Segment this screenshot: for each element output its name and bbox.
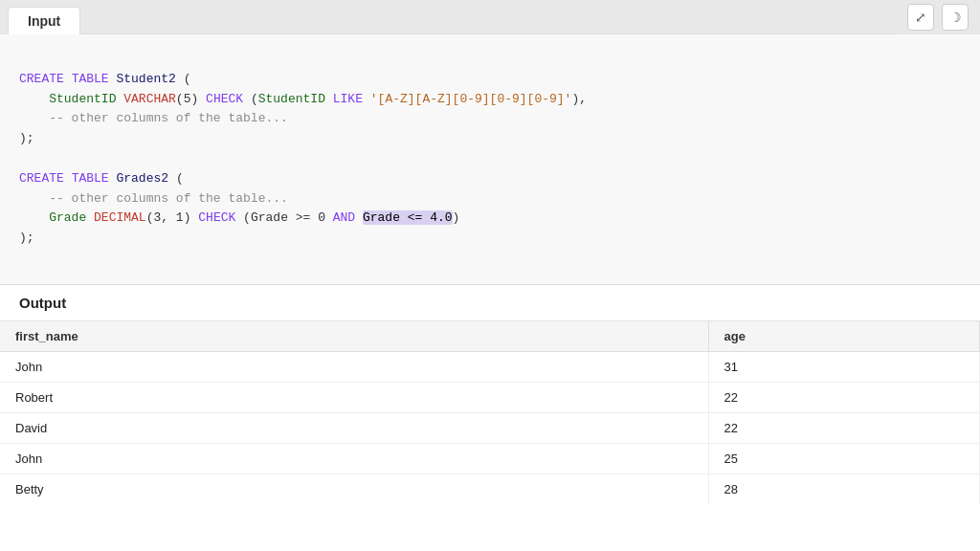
cell-first-name: David bbox=[0, 412, 708, 443]
cell-age: 25 bbox=[708, 443, 980, 474]
cell-first-name: John bbox=[0, 351, 708, 382]
keyword-and: AND bbox=[333, 210, 355, 225]
input-tab[interactable]: Input bbox=[8, 7, 80, 34]
keyword-create: CREATE bbox=[19, 72, 64, 86]
dtype-decimal: DECIMAL bbox=[94, 210, 146, 225]
output-table: first_name age John31Robert22David22John… bbox=[0, 321, 980, 504]
keyword-table: TABLE bbox=[72, 72, 109, 86]
output-panel: Output first_name age John31Robert22Davi… bbox=[0, 285, 980, 551]
expand-button[interactable]: ⤢ bbox=[907, 4, 934, 31]
comment-2: -- other columns of the table... bbox=[49, 191, 288, 206]
col-header-age: age bbox=[708, 321, 980, 352]
cell-age: 22 bbox=[708, 412, 980, 443]
table-row: Robert22 bbox=[0, 382, 980, 412]
col-header-first-name: first_name bbox=[0, 321, 708, 352]
pattern-string: '[A-Z][A-Z][0-9][0-9][0-9]' bbox=[370, 92, 572, 106]
highlighted-condition: Grade <= 4.0 bbox=[363, 210, 453, 225]
cell-age: 28 bbox=[708, 474, 980, 504]
table-header-row: first_name age bbox=[0, 321, 980, 352]
comment-1: -- other columns of the table... bbox=[49, 111, 288, 125]
tab-bar: Input ⤢ ☽ bbox=[0, 0, 980, 34]
theme-button[interactable]: ☽ bbox=[942, 4, 969, 31]
output-title: Output bbox=[0, 285, 980, 321]
cell-first-name: Robert bbox=[0, 382, 708, 412]
check-keyword-1: CHECK bbox=[206, 92, 243, 106]
keyword-table-2: TABLE bbox=[72, 171, 109, 186]
table-row: John31 bbox=[0, 351, 980, 382]
table-row: David22 bbox=[0, 412, 980, 443]
col-grade: Grade bbox=[49, 210, 86, 225]
check-keyword-2: CHECK bbox=[198, 210, 235, 225]
table-name-grades2: Grades2 bbox=[116, 171, 168, 186]
table-row: John25 bbox=[0, 443, 980, 474]
col-studentid: StudentID bbox=[49, 92, 116, 106]
table-name-student2: Student2 bbox=[116, 72, 175, 86]
cell-age: 22 bbox=[708, 382, 980, 412]
cell-age: 31 bbox=[708, 351, 980, 382]
header-icons: ⤢ ☽ bbox=[896, 4, 980, 34]
code-editor[interactable]: CREATE TABLE Student2 ( StudentID VARCHA… bbox=[0, 34, 980, 284]
cell-first-name: Betty bbox=[0, 474, 708, 504]
dtype-varchar: VARCHAR bbox=[123, 92, 176, 106]
cell-first-name: John bbox=[0, 443, 708, 474]
table-row: Betty28 bbox=[0, 474, 980, 504]
keyword-create-2: CREATE bbox=[19, 171, 64, 186]
input-panel: Input ⤢ ☽ CREATE TABLE Student2 ( Studen… bbox=[0, 0, 980, 285]
tab-spacer bbox=[80, 33, 896, 34]
